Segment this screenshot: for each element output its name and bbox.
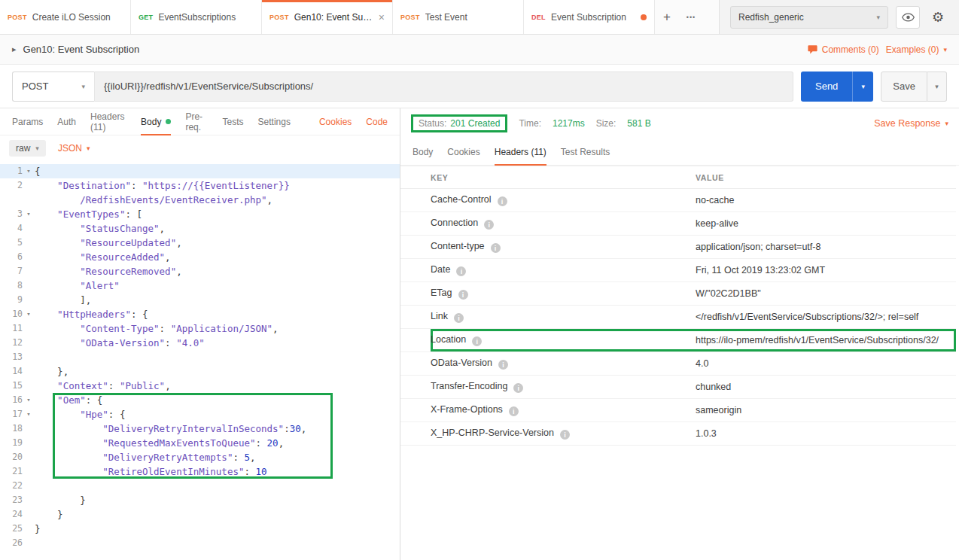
code-line[interactable]: 8 "Alert" [0, 278, 400, 293]
code-line[interactable]: 18 "DeliveryRetryIntervalInSeconds":30, [0, 422, 400, 436]
code-line[interactable]: 19 "RequestedMaxEventsToQueue": 20, [0, 436, 400, 450]
fold-gutter [23, 221, 35, 236]
time-label: Time: [519, 118, 541, 129]
body-options-row: raw ▾ JSON ▾ [0, 135, 400, 161]
info-icon[interactable]: i [458, 290, 468, 300]
save-options-caret[interactable]: ▾ [927, 72, 947, 102]
environment-quick-look-button[interactable] [896, 6, 920, 29]
method-selector[interactable]: POST ▾ [12, 72, 95, 102]
examples-dropdown[interactable]: Examples (0) ▾ [886, 44, 947, 55]
tab-gen10-event-subscription[interactable]: POST Gen10: Event Subsc... × [262, 0, 393, 34]
body-type-selector[interactable]: raw ▾ [9, 140, 46, 157]
size-value: 581 B [627, 118, 650, 129]
header-key: Date [431, 264, 450, 275]
more-tabs-button[interactable]: ••• [679, 0, 703, 34]
code-line[interactable]: 2 "Destination": "https://{{EventListene… [0, 178, 400, 193]
info-icon[interactable]: i [560, 430, 570, 440]
tab-response-body[interactable]: Body [413, 138, 433, 165]
code-line[interactable]: 7 "ResourceRemoved", [0, 264, 400, 278]
code-line[interactable]: 10▾ "HttpHeaders": { [0, 307, 400, 321]
body-editor[interactable]: 1▾{2 "Destination": "https://{{EventList… [0, 161, 400, 560]
save-button[interactable]: Save [881, 72, 927, 102]
code-text [35, 479, 400, 493]
tab-response-cookies[interactable]: Cookies [447, 138, 480, 165]
fold-caret-icon[interactable]: ▾ [23, 393, 35, 407]
code-line[interactable]: /RedfishEvents/EventReceiver.php", [0, 193, 400, 207]
row-gutter [400, 306, 431, 329]
tab-headers[interactable]: Headers (11) [90, 108, 126, 135]
code-text: /RedfishEvents/EventReceiver.php", [35, 193, 400, 207]
tab-body[interactable]: Body [141, 108, 171, 135]
send-options-caret[interactable]: ▾ [852, 72, 873, 102]
header-row: Linki</redfish/v1/EventService/Subscript… [400, 306, 956, 329]
code-line[interactable]: 13 [0, 350, 400, 364]
tab-test-results[interactable]: Test Results [561, 138, 610, 165]
header-value: chunked [696, 376, 956, 399]
fold-gutter [23, 350, 35, 364]
code-line[interactable]: 26 [0, 536, 400, 550]
save-response-dropdown[interactable]: Save Response ▾ [874, 118, 948, 129]
info-icon[interactable]: i [456, 266, 466, 276]
fold-caret-icon[interactable]: ▾ [23, 207, 35, 221]
fold-gutter [23, 479, 35, 493]
url-input[interactable]: {{iloURI}}/redfish/v1/EventService/Subsc… [95, 72, 793, 102]
code-line[interactable]: 11 "Content-Type": "Application/JSON", [0, 321, 400, 336]
tab-create-ilo-session[interactable]: POST Create iLO Session [0, 0, 131, 34]
tab-tests[interactable]: Tests [223, 108, 244, 135]
settings-gear-button[interactable]: ⚙ [927, 6, 948, 29]
code-line[interactable]: 4 "StatusChange", [0, 221, 400, 236]
code-line[interactable]: 15 "Context": "Public", [0, 379, 400, 393]
info-icon[interactable]: i [498, 196, 507, 206]
fold-caret-icon[interactable]: ▾ [23, 307, 35, 321]
code-line[interactable]: 22 [0, 479, 400, 493]
code-link[interactable]: Code [366, 117, 388, 127]
code-line[interactable]: 9 ], [0, 293, 400, 307]
fold-caret-icon[interactable]: ▾ [23, 164, 35, 178]
comments-link[interactable]: Comments (0) [808, 44, 879, 55]
info-icon[interactable]: i [491, 243, 501, 253]
code-line[interactable]: 1▾{ [0, 164, 400, 178]
tab-pre-request[interactable]: Pre-req. [185, 108, 208, 135]
info-icon[interactable]: i [484, 220, 494, 230]
tab-eventsubscriptions[interactable]: GET EventSubscriptions [131, 0, 262, 34]
code-line[interactable]: 24 } [0, 507, 400, 522]
header-row: DateiFri, 11 Oct 2019 13:23:02 GMT [400, 259, 956, 282]
tab-params[interactable]: Params [12, 108, 43, 135]
fold-caret-icon[interactable]: ▾ [23, 407, 35, 422]
fold-gutter [23, 522, 35, 536]
code-line[interactable]: 25} [0, 522, 400, 536]
body-format-selector[interactable]: JSON ▾ [58, 143, 90, 154]
code-line[interactable]: 14 }, [0, 364, 400, 379]
send-button[interactable]: Send [801, 72, 852, 102]
eye-icon [902, 13, 915, 22]
info-icon[interactable]: i [498, 360, 508, 370]
code-line[interactable]: 17▾ "Hpe": { [0, 407, 400, 422]
code-line[interactable]: 3▾ "EventTypes": [ [0, 207, 400, 221]
code-line[interactable]: 20 "DeliveryRetryAttempts": 5, [0, 450, 400, 464]
code-line[interactable]: 5 "ResourceUpdated", [0, 236, 400, 250]
code-text [35, 350, 400, 364]
code-line[interactable]: 23 } [0, 493, 400, 507]
header-row: ETagiW/"02C2D1BB" [400, 282, 956, 306]
tab-response-headers[interactable]: Headers (11) [495, 138, 546, 165]
cookies-link[interactable]: Cookies [319, 117, 352, 127]
code-line[interactable]: 21 "RetireOldEventInMinutes": 10 [0, 464, 400, 479]
environment-selector[interactable]: Redfish_generic ▾ [730, 6, 888, 29]
info-icon[interactable]: i [472, 336, 482, 346]
info-icon[interactable]: i [513, 383, 523, 393]
code-line[interactable]: 12 "OData-Version": "4.0" [0, 336, 400, 350]
code-line[interactable]: 16▾ "Oem": { [0, 393, 400, 407]
tab-event-subscription[interactable]: DEL Event Subscription [524, 0, 655, 34]
tab-test-event[interactable]: POST Test Event [393, 0, 524, 34]
tab-auth[interactable]: Auth [57, 108, 76, 135]
close-tab-icon[interactable]: × [379, 12, 385, 23]
tab-settings[interactable]: Settings [258, 108, 291, 135]
response-pane: Status: 201 Created Time: 1217ms Size: 5… [400, 108, 959, 560]
info-icon[interactable]: i [454, 313, 464, 323]
code-line[interactable]: 6 "ResourceAdded", [0, 250, 400, 264]
new-tab-button[interactable]: + [655, 0, 679, 34]
body-format-value: JSON [58, 143, 82, 154]
request-title: Gen10: Event Subscription [23, 44, 140, 55]
collapse-caret-icon[interactable]: ▸ [12, 44, 17, 54]
info-icon[interactable]: i [509, 406, 519, 416]
